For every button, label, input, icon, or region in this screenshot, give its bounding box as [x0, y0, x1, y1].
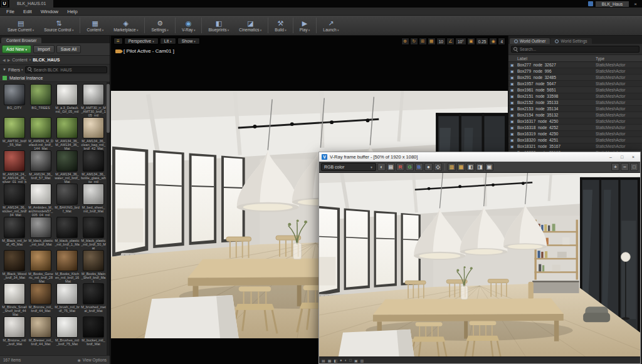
- material-asset-item[interactable]: M_a.3_Default.mtl_Gif_05_mtl: [55, 84, 80, 117]
- material-asset-item[interactable]: M_black_plastic_mtl_brdf_1_Mat: [55, 217, 80, 249]
- vfb-tool-icon[interactable]: G: [406, 163, 414, 171]
- material-asset-item[interactable]: M_AM134_36_brdf_57_Mat: [28, 150, 53, 183]
- material-asset-item[interactable]: M_AM936_M_Default.mtl_brdf_144_Mat: [28, 117, 53, 150]
- material-asset-item[interactable]: M_Books_Generic_mtl_brdf_28_Mat: [28, 250, 53, 283]
- toolbar-button[interactable]: ▶ Play: [295, 16, 315, 35]
- outliner-row[interactable]: ▣ Box279_node_996 StaticMeshActor: [508, 68, 642, 75]
- outliner-row[interactable]: ▣ Box18320_node_4251 StaticMeshActor: [508, 137, 642, 143]
- channel-dropdown[interactable]: RGB color▼: [321, 163, 376, 171]
- material-asset-item[interactable]: M_Brushes_mtl_brdf_75_Mat: [55, 316, 80, 349]
- vfb-tool-icon[interactable]: ◐: [377, 163, 386, 171]
- material-asset-item[interactable]: M_Brewer_mtl_brdf_44_Mat: [28, 316, 53, 349]
- tab-world-outliner[interactable]: World Outliner: [510, 38, 550, 44]
- material-asset-item[interactable]: M_bed_sheet_mtl_brdf_Mat: [81, 184, 106, 216]
- filters-button[interactable]: Filters: [8, 68, 23, 72]
- outliner-row[interactable]: ▣ Box2153_node_35134 StaticMeshActor: [508, 106, 642, 112]
- window-title[interactable]: BLK_HAUS.01: [9, 0, 53, 8]
- material-asset-item[interactable]: M_AM134_24_M_AM134_36_silver_01_mtl_brdf…: [2, 150, 27, 183]
- show-flags-button[interactable]: Show: [177, 38, 200, 44]
- import-button[interactable]: Import: [33, 45, 55, 53]
- viewport-snap-value[interactable]: 0.25: [476, 38, 489, 45]
- toolbar-button[interactable]: ⚙ Settings: [146, 16, 173, 35]
- menu-item[interactable]: Help: [63, 8, 82, 16]
- material-asset-item[interactable]: M_AM134_36_clean_bag_mtl_brdf_42_Mat: [81, 117, 106, 150]
- vfb-render-image[interactable]: [319, 173, 640, 356]
- viewport-tool-icon[interactable]: ▣: [467, 38, 475, 45]
- vfb-tool-icon[interactable]: ▤: [387, 163, 395, 171]
- vfb-status-icon[interactable]: ◐: [345, 358, 347, 362]
- material-asset-item[interactable]: M_Ambidex_M_archimodels57_005_04_mtl: [28, 184, 53, 216]
- toolbar-button[interactable]: ◪ Cinematics: [234, 16, 266, 35]
- vfb-tool-icon[interactable]: ◧: [466, 163, 475, 171]
- material-asset-item[interactable]: M_Blinds_Small_Shelf_brdf_44_Mat: [2, 283, 27, 316]
- vfb-status-icon[interactable]: ▣: [354, 358, 358, 363]
- vfb-tool-icon[interactable]: ●: [424, 163, 433, 171]
- vfb-tool-icon[interactable]: ◇: [434, 163, 442, 171]
- toolbar-button[interactable]: ◉ V-Ray: [177, 16, 201, 35]
- outliner-row[interactable]: ▣ Box16319_node_4250 StaticMeshActor: [508, 131, 642, 137]
- viewport-snap-value[interactable]: 4: [498, 38, 505, 45]
- close-icon[interactable]: ×: [629, 153, 638, 160]
- breadcrumb-root[interactable]: Content: [12, 58, 28, 62]
- toolbar-button[interactable]: ↗ Launch: [318, 16, 344, 35]
- vfb-status-icon[interactable]: ▥: [360, 358, 364, 363]
- vfb-status-icon[interactable]: □: [349, 358, 352, 362]
- material-asset-item[interactable]: M_Books_Main_Shelf_brdf_Mat: [81, 250, 106, 283]
- vfb-tool-icon[interactable]: R: [396, 163, 404, 171]
- viewport-tool-icon[interactable]: ⊕: [401, 38, 409, 45]
- material-asset-item[interactable]: M_brush_mtl_brdf_75_Mat: [55, 283, 80, 316]
- viewport-tool-icon[interactable]: ∠: [446, 38, 455, 45]
- material-asset-item[interactable]: M_AM134_36_M_AM134_36_Mat: [55, 117, 80, 150]
- menu-item[interactable]: File: [2, 8, 19, 16]
- vfb-status-icon[interactable]: ▤: [322, 358, 325, 363]
- view-options-button[interactable]: ◉ View Options: [78, 358, 107, 362]
- back-icon[interactable]: ◀: [3, 58, 6, 62]
- outliner-row[interactable]: ▣ Box1957_node_5647 StaticMeshActor: [508, 81, 642, 87]
- viewport-snap-value[interactable]: 10: [436, 38, 446, 45]
- vfb-tool-icon[interactable]: ▦: [457, 163, 465, 171]
- outliner-row[interactable]: ▣ Box2154_node_35132 StaticMeshActor: [508, 112, 642, 118]
- outliner-row[interactable]: ▣ Box18321_node_35167 StaticMeshActor: [508, 143, 642, 150]
- toolbar-button[interactable]: ▦ Content: [82, 16, 108, 35]
- vfb-status-icon[interactable]: ▦: [328, 358, 332, 363]
- minimize-icon[interactable]: –: [606, 153, 615, 160]
- outliner-search-input[interactable]: [520, 47, 637, 51]
- tab-content-browser[interactable]: Content Browser: [1, 38, 41, 43]
- vfb-status-icon[interactable]: ●: [340, 358, 342, 362]
- material-asset-item[interactable]: M_bucket_mtl_brdf_Mat: [81, 316, 106, 349]
- asset-grid-scrollbar[interactable]: [107, 82, 110, 355]
- add-new-button[interactable]: Add New: [2, 45, 31, 53]
- material-asset-item[interactable]: M_AM134_36_water_mtl_brdf_Mat: [55, 150, 80, 183]
- toolbar-button[interactable]: ⇅ Source Control: [39, 16, 78, 35]
- material-asset-item[interactable]: BG_CITY: [2, 84, 27, 117]
- perspective-button[interactable]: Perspective: [124, 38, 159, 44]
- tab-world-settings[interactable]: World Settings: [550, 38, 591, 44]
- material-asset-item[interactable]: M_black_plastic_mtl_brdf_Mat: [28, 217, 53, 249]
- viewport-options-icon[interactable]: ≡: [113, 38, 123, 44]
- breadcrumb-current[interactable]: BLCK_HAUS: [33, 58, 60, 62]
- material-asset-item[interactable]: M_Brstone_mtl_brdf_Mat: [2, 316, 27, 349]
- material-instance-label[interactable]: Material Instance: [9, 76, 43, 80]
- outliner-row[interactable]: ▣ Box16317_node_4250 StaticMeshActor: [508, 118, 642, 125]
- menu-item[interactable]: Window: [36, 8, 63, 16]
- asset-search-input[interactable]: [34, 68, 105, 72]
- outliner-row[interactable]: ▣ Box291_node_32485 StaticMeshActor: [508, 75, 642, 81]
- vfb-tool-icon[interactable]: −: [621, 163, 629, 171]
- viewport-snap-value[interactable]: 10°: [455, 38, 466, 45]
- toolbar-button[interactable]: ◈ Marketplace: [108, 16, 143, 35]
- toolbar-button[interactable]: ▤ Save Current: [3, 16, 39, 35]
- material-asset-item[interactable]: M_Black_Wood_brdf_34_Mat: [2, 250, 27, 283]
- scrollbar-thumb[interactable]: [107, 84, 110, 133]
- material-asset-item[interactable]: M_Bronze_mtl_brdf_44_Mat: [28, 283, 53, 316]
- material-asset-item[interactable]: M_Black_mtl_brdf_45_Mat: [2, 217, 27, 249]
- vray-frame-buffer-window[interactable]: V V-Ray frame buffer - [50% of 1920 x 10…: [318, 152, 641, 364]
- viewport-tool-icon[interactable]: ↻: [410, 38, 418, 45]
- material-asset-item[interactable]: M_AMT30_rr_M_AMT30_brdf_105_mtl: [81, 84, 106, 117]
- vfb-tool-icon[interactable]: ▥: [448, 163, 456, 171]
- maximize-icon[interactable]: □: [618, 153, 626, 160]
- viewport-tool-icon[interactable]: ⊞: [419, 38, 427, 45]
- vfb-tool-icon[interactable]: ◨: [476, 163, 484, 171]
- close-icon[interactable]: ×: [631, 1, 639, 7]
- outliner-row[interactable]: ▣ Box2151_node_33598 StaticMeshActor: [508, 93, 642, 100]
- forward-icon[interactable]: ▶: [8, 58, 11, 62]
